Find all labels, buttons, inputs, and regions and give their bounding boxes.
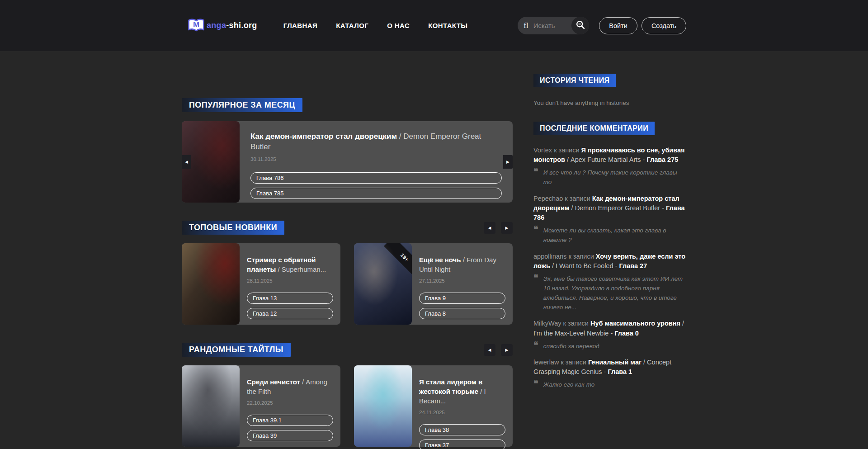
logo-text: anga-shi.org (207, 21, 257, 30)
release-date: 22.10.2025 (247, 400, 333, 406)
section-title-top-new: ТОПОВЫЕ НОВИНКИ (182, 221, 284, 235)
age-rating-badge: 18+ (384, 243, 412, 278)
slider-prev-button[interactable]: ◀ (182, 155, 191, 169)
nav-item-home[interactable]: ГЛАВНАЯ (283, 22, 318, 29)
quote-icon: ❝ (533, 340, 538, 351)
register-button[interactable]: Создать (642, 17, 686, 34)
section-title-popular: ПОПУЛЯРНОЕ ЗА МЕСЯЦ (182, 98, 302, 112)
manga-cover[interactable] (182, 243, 240, 325)
chevron-right-icon: ▶ (506, 160, 509, 164)
comment-quote-text: Жалко его как-то (543, 379, 595, 390)
chapter-link[interactable]: Глава 786 (250, 172, 502, 184)
sidebar: ИСТОРИЯ ЧТЕНИЯ You don't have anything i… (533, 74, 686, 449)
comment-item: lewerlaw к записи Гениальный маг / Conce… (533, 358, 686, 390)
sidebar-title-history: ИСТОРИЯ ЧТЕНИЯ (533, 74, 616, 87)
manga-card: 18+ Ещё не ночь / From Day Until Night 2… (354, 243, 513, 325)
open-book-icon: M (187, 19, 205, 33)
content-column: ПОПУЛЯРНОЕ ЗА МЕСЯЦ ◀ ▶ Как демон-импера… (182, 74, 513, 449)
nav-item-about[interactable]: О НАС (387, 22, 410, 29)
comment-manga-link-en[interactable]: I Want to Be Fooled (556, 262, 613, 269)
site-header: M anga-shi.org ГЛАВНАЯ КАТАЛОГ О НАС КОН… (0, 0, 868, 51)
chapter-link[interactable]: Глава 12 (247, 308, 333, 319)
chapter-link[interactable]: Глава 39.1 (247, 415, 333, 426)
main-content: ПОПУЛЯРНОЕ ЗА МЕСЯЦ ◀ ▶ Как демон-импера… (182, 51, 686, 449)
comment-quote-text: Можете ли вы сказать, какая это глава в … (543, 225, 686, 245)
chapter-link[interactable]: Глава 38 (419, 424, 505, 435)
comment-manga-link[interactable]: Гениальный маг (588, 359, 642, 366)
slider-prev-button[interactable]: ◀ (484, 222, 495, 234)
comment-manga-link[interactable]: Нуб максимального уровня (590, 320, 680, 327)
login-button[interactable]: Войти (599, 17, 637, 34)
comment-manga-link-en[interactable]: I'm the Max-Level Newbie (533, 330, 609, 337)
sidebar-title-comments: ПОСЛЕДНИЕ КОММЕНТАРИИ (533, 122, 655, 135)
chapter-link[interactable]: Глава 9 (419, 293, 505, 304)
comment-action-label: к записи (568, 253, 594, 260)
chevron-right-icon: ▶ (505, 226, 509, 230)
comment-manga-link-en[interactable]: Demon Emperor Great Butler (575, 204, 660, 212)
comment-action-label: к записи (565, 195, 590, 202)
slider-prev-button[interactable]: ◀ (484, 344, 495, 356)
manga-card: Стример с обратной планеты / Superhuman.… (182, 243, 340, 325)
comment-action-label: к записи (563, 320, 589, 327)
search-button[interactable] (571, 17, 589, 34)
release-date: 27.11.2025 (419, 278, 505, 284)
manga-title[interactable]: Как демон-император стал дворецким / Dem… (250, 132, 502, 152)
comment-manga-link-en[interactable]: Apex Future Martial Arts (571, 156, 641, 163)
chapter-link[interactable]: Глава 785 (250, 188, 502, 199)
comment-action-label: к записи (554, 147, 579, 154)
search-icon (576, 20, 585, 31)
quote-icon: ❝ (533, 273, 538, 312)
comment-author: lewerlaw (533, 359, 559, 366)
search-box: fl (518, 17, 589, 34)
manga-cover[interactable] (354, 365, 412, 447)
manga-title[interactable]: Ещё не ночь / From Day Until Night (419, 255, 505, 274)
manga-cover[interactable] (182, 365, 240, 447)
chapter-link[interactable]: Глава 13 (247, 293, 333, 304)
quote-icon: ❝ (533, 225, 538, 245)
release-date: 30.11.2025 (250, 156, 502, 162)
chapter-link[interactable]: Глава 8 (419, 308, 505, 319)
comment-author: Vortex (533, 147, 552, 154)
nav-item-catalog[interactable]: КАТАЛОГ (336, 22, 368, 29)
quote-icon: ❝ (533, 379, 538, 390)
comments-list: Vortex к записи Я прокачиваюсь во сне, у… (533, 146, 686, 390)
manga-title[interactable]: Я стала лидером в жестокой тюрьме / I Be… (419, 377, 505, 406)
manga-cover[interactable]: 18+ (354, 243, 412, 325)
chapter-link[interactable]: Глава 39 (247, 430, 333, 441)
section-title-random: РАНДОМНЫЕ ТАЙТЛЫ (182, 343, 291, 357)
manga-title[interactable]: Среди нечистот / Among the Filth (247, 377, 333, 396)
comment-chapter-link[interactable]: Глава 27 (619, 262, 647, 269)
chevron-left-icon: ◀ (185, 160, 188, 164)
chapter-link[interactable]: Глава 37 (419, 440, 505, 449)
release-date: 24.11.2025 (419, 410, 505, 415)
history-empty-text: You don't have anything in histories (533, 99, 686, 106)
manga-card: Я стала лидером в жестокой тюрьме / I Be… (354, 365, 513, 447)
manga-title[interactable]: Стример с обратной планеты / Superhuman.… (247, 255, 333, 274)
comment-chapter-link[interactable]: Глава 0 (614, 330, 639, 337)
comment-author: appollinaris (533, 253, 566, 260)
comment-quote-text: спасибо за перевод (543, 340, 599, 351)
comment-item: Pepechao к записи Как демон-император ст… (533, 194, 686, 245)
comment-chapter-link[interactable]: Глава 275 (646, 156, 678, 163)
section-top-new: ТОПОВЫЕ НОВИНКИ ◀ ▶ Стример с обратной п… (182, 221, 513, 325)
search-prefix-glyph: fl (524, 21, 528, 30)
comment-author: Pepechao (533, 195, 563, 202)
quote-icon: ❝ (533, 167, 538, 187)
site-logo[interactable]: M anga-shi.org (187, 19, 257, 33)
comment-quote-text: И все что ли ? Почему такие короткие гла… (543, 167, 686, 187)
search-input[interactable] (533, 21, 562, 30)
comment-item: appollinaris к записи Хочу верить, даже … (533, 252, 686, 312)
slider-next-button[interactable]: ▶ (501, 222, 513, 234)
main-nav: ГЛАВНАЯ КАТАЛОГ О НАС КОНТАКТЫ (283, 22, 468, 29)
comment-item: Vortex к записи Я прокачиваюсь во сне, у… (533, 146, 686, 187)
slider-next-button[interactable]: ▶ (501, 344, 513, 356)
comment-author: MilkyWay (533, 320, 561, 327)
section-popular-month: ПОПУЛЯРНОЕ ЗА МЕСЯЦ ◀ ▶ Как демон-импера… (182, 98, 513, 203)
nav-item-contacts[interactable]: КОНТАКТЫ (428, 22, 467, 29)
logo-letter-m: M (193, 20, 199, 29)
chevron-right-icon: ▶ (505, 348, 509, 352)
comment-item: MilkyWay к записи Нуб максимального уров… (533, 319, 686, 351)
slider-next-button[interactable]: ▶ (503, 155, 513, 169)
section-random: РАНДОМНЫЕ ТАЙТЛЫ ◀ ▶ Среди нечистот / Am… (182, 343, 513, 447)
comment-chapter-link[interactable]: Глава 1 (608, 368, 632, 375)
